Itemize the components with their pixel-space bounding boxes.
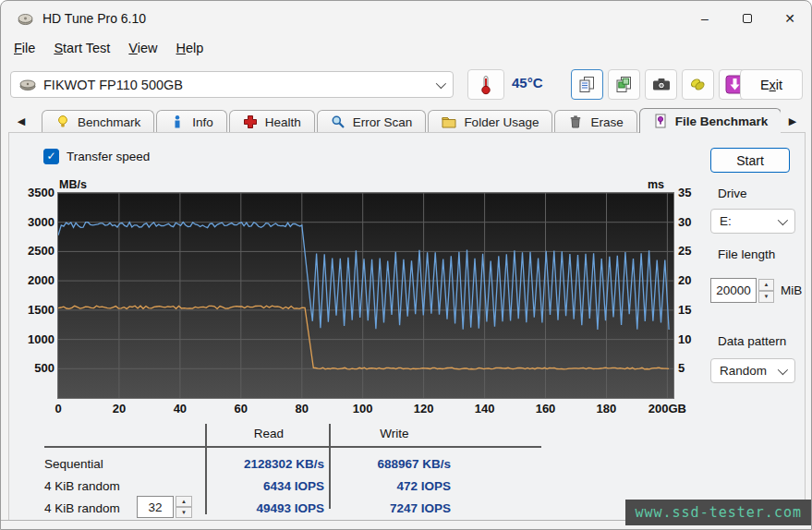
trash-icon bbox=[568, 114, 583, 129]
sequential-read-value: 2128302 KB/s bbox=[213, 457, 324, 471]
maximize-icon bbox=[743, 14, 752, 23]
tab-error-scan[interactable]: Error Scan bbox=[317, 110, 427, 133]
chevron-down-icon bbox=[778, 364, 788, 374]
file-benchmark-icon bbox=[653, 114, 668, 128]
copy-text-button[interactable] bbox=[571, 69, 603, 100]
sequential-write-value: 688967 KB/s bbox=[339, 457, 451, 471]
row-4kib-random-label: 4 KiB random bbox=[44, 479, 120, 493]
checkmark-icon: ✓ bbox=[46, 150, 55, 163]
menu-help[interactable]: Help bbox=[167, 41, 213, 55]
menu-bar: File Start Test View Help bbox=[5, 36, 212, 60]
toolbar-iconbar bbox=[571, 69, 751, 100]
copy-image-icon bbox=[615, 76, 633, 93]
read-column-header: Read bbox=[213, 427, 324, 440]
title-bar: HD Tune Pro 6.10 – ✕ bbox=[1, 1, 811, 36]
copy-text-icon bbox=[578, 76, 596, 93]
x-axis-ticks: 020406080100120140160180200GB bbox=[58, 402, 696, 416]
right-axis-title: ms bbox=[633, 178, 664, 191]
magnifier-icon bbox=[331, 114, 345, 129]
queue-depth-up-button[interactable]: ▲ bbox=[176, 496, 192, 507]
tab-strip: ◀ Benchmark Info Health bbox=[1, 106, 812, 133]
temperature-value: 45°C bbox=[512, 75, 543, 90]
tab-file-benchmark[interactable]: File Benchmark bbox=[639, 108, 781, 133]
write-column-header: Write bbox=[339, 427, 450, 440]
drive-select[interactable]: E: bbox=[710, 209, 795, 234]
tab-health[interactable]: Health bbox=[229, 110, 315, 133]
donate-button[interactable] bbox=[682, 69, 714, 100]
hands-icon bbox=[689, 77, 707, 92]
row-sequential-label: Sequential bbox=[44, 457, 103, 471]
data-pattern-label: Data pattern bbox=[718, 334, 786, 348]
random-write-value: 472 IOPS bbox=[339, 479, 451, 493]
file-length-input[interactable]: 20000 bbox=[710, 278, 757, 303]
camera-icon bbox=[652, 78, 671, 91]
lightbulb-icon bbox=[55, 114, 70, 129]
data-pattern-select[interactable]: Random bbox=[710, 358, 795, 383]
left-axis-title: MB/s bbox=[59, 178, 87, 191]
app-disk-icon bbox=[18, 11, 33, 27]
drive-label: Drive bbox=[718, 187, 747, 200]
transfer-speed-checkbox[interactable]: ✓ bbox=[43, 149, 59, 164]
info-icon bbox=[170, 114, 185, 129]
menu-start-test[interactable]: Start Test bbox=[44, 41, 119, 55]
tab-benchmark[interactable]: Benchmark bbox=[42, 110, 154, 133]
random-qd-write-value: 7247 IOPS bbox=[339, 501, 451, 515]
file-length-up-button[interactable]: ▲ bbox=[758, 279, 774, 291]
queue-depth-down-button[interactable]: ▼ bbox=[176, 507, 192, 518]
start-button[interactable]: Start bbox=[710, 148, 790, 173]
maximize-button[interactable] bbox=[726, 1, 769, 36]
minimize-button[interactable]: – bbox=[684, 1, 726, 36]
tab-info[interactable]: Info bbox=[156, 110, 227, 133]
device-selector-value: FIKWOT FP110 500GB bbox=[43, 78, 183, 92]
chevron-down-icon bbox=[436, 78, 446, 88]
health-cross-icon bbox=[243, 114, 258, 129]
right-axis-ticks: 3530252015105 bbox=[678, 193, 715, 398]
transfer-speed-label: Transfer speed bbox=[67, 150, 150, 163]
exit-button[interactable]: Exit bbox=[740, 69, 803, 100]
watermark: www.ssd-tester.com bbox=[625, 500, 811, 525]
thermometer-icon bbox=[479, 75, 492, 95]
queue-depth-spinner: 32 ▲ ▼ bbox=[137, 496, 192, 518]
chevron-down-icon bbox=[778, 214, 788, 224]
screenshot-button[interactable] bbox=[645, 69, 677, 100]
device-selector[interactable]: FIKWOT FP110 500GB bbox=[10, 71, 454, 98]
window-title: HD Tune Pro 6.10 bbox=[42, 11, 146, 26]
menu-file[interactable]: File bbox=[5, 41, 44, 55]
table-divider-1 bbox=[205, 424, 207, 514]
tab-scroll-left-button[interactable]: ◀ bbox=[10, 111, 32, 131]
row-4kib-random-qd-label: 4 KiB random bbox=[44, 501, 120, 515]
file-length-unit: MiB bbox=[781, 283, 802, 297]
drive-icon bbox=[19, 78, 36, 91]
app-window: HD Tune Pro 6.10 – ✕ File Start Test Vie… bbox=[0, 0, 812, 530]
table-divider-2 bbox=[329, 424, 331, 509]
queue-depth-input[interactable]: 32 bbox=[137, 496, 174, 518]
folder-icon bbox=[442, 114, 456, 129]
temperature-button[interactable] bbox=[467, 69, 504, 100]
file-length-down-button[interactable]: ▼ bbox=[758, 291, 774, 303]
random-qd-read-value: 49493 IOPS bbox=[213, 501, 324, 515]
transfer-speed-chart bbox=[57, 192, 674, 399]
file-length-spinner: 20000 ▲ ▼ MiB bbox=[710, 278, 802, 303]
tab-folder-usage[interactable]: Folder Usage bbox=[428, 110, 552, 133]
close-button[interactable]: ✕ bbox=[769, 1, 811, 36]
file-length-label: File length bbox=[718, 247, 775, 261]
drive-select-value: E: bbox=[720, 214, 732, 228]
copy-image-button[interactable] bbox=[608, 69, 640, 100]
table-header-rule bbox=[44, 446, 541, 448]
left-axis-ticks: 350030002500200015001000500 bbox=[14, 193, 55, 398]
tab-erase[interactable]: Erase bbox=[554, 110, 636, 133]
tab-scroll-right-button[interactable]: ▶ bbox=[782, 111, 804, 131]
menu-view[interactable]: View bbox=[119, 41, 166, 55]
data-pattern-value: Random bbox=[720, 364, 767, 378]
random-read-value: 6434 IOPS bbox=[213, 479, 324, 493]
